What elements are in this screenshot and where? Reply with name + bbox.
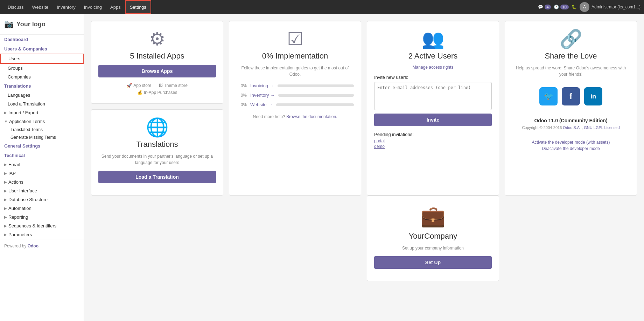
deactivate-dev-link[interactable]: Deactivate the developer mode xyxy=(532,146,610,151)
company-desc: Set up your company information xyxy=(402,245,464,251)
sidebar-label: Parameters xyxy=(8,232,32,237)
invite-email-input[interactable] xyxy=(374,82,492,110)
nav-apps[interactable]: Apps xyxy=(106,0,125,14)
logo-text: Your logo xyxy=(16,21,46,28)
social-icons-row: 🐦 f in xyxy=(539,87,602,105)
progress-website: 0% Website → xyxy=(236,102,354,107)
in-app-link-row: 💰 In-App Purchases xyxy=(137,90,177,95)
invite-button[interactable]: Invite xyxy=(374,114,492,126)
sidebar-item-iap[interactable]: ▶ IAP xyxy=(0,169,84,178)
sidebar-item-translations[interactable]: Translations xyxy=(0,81,84,91)
sidebar-item-import-export[interactable]: ▶ Import / Export xyxy=(0,108,84,117)
pending-label: Pending invitations: xyxy=(374,132,492,137)
linkedin-icon: in xyxy=(590,93,596,100)
sidebar-item-load-translation[interactable]: Load a Translation xyxy=(0,100,84,108)
sidebar-item-actions[interactable]: ▶ Actions xyxy=(0,178,84,186)
sidebar-item-application-terms[interactable]: ▼ Application Terms xyxy=(0,117,84,126)
sidebar-item-sequences[interactable]: ▶ Sequences & Identifiers xyxy=(0,221,84,230)
pending-portal-link[interactable]: portal xyxy=(374,138,492,143)
odoo-brand[interactable]: Odoo xyxy=(28,244,38,248)
website-pct: 0% xyxy=(236,102,247,107)
load-translation-button[interactable]: Load a Translation xyxy=(98,171,216,183)
inventory-link[interactable]: Inventory → xyxy=(250,93,275,98)
sidebar-item-technical[interactable]: Technical xyxy=(0,151,84,160)
sidebar-label: Reporting xyxy=(8,214,28,220)
sidebar-label: Sequences & Identifiers xyxy=(8,223,56,228)
pending-demo-link[interactable]: demo xyxy=(374,144,492,149)
sidebar-item-email[interactable]: ▶ Email xyxy=(0,160,84,169)
sidebar-item-users[interactable]: Users xyxy=(0,54,84,64)
sidebar-footer: Powered by Odoo xyxy=(0,239,84,253)
arrow-icon: ▶ xyxy=(4,171,7,175)
implementation-card: ☑ 0% Implementation Follow these impleme… xyxy=(229,21,361,196)
copyright-text: Copyright © 2004-2016 Odoo S.A. , GNU LG… xyxy=(522,125,620,130)
website-link[interactable]: Website → xyxy=(250,102,273,107)
nav-discuss[interactable]: Discuss xyxy=(4,0,28,14)
sidebar-label: Database Structure xyxy=(8,197,48,202)
manage-access-link[interactable]: Manage access rights xyxy=(413,65,454,70)
invoicing-pct: 0% xyxy=(236,83,247,88)
top-navigation: Discuss Website Inventory Invoicing Apps… xyxy=(0,0,644,14)
sidebar-item-reporting[interactable]: ▶ Reporting xyxy=(0,213,84,221)
translations-desc: Send your documents in your partner's la… xyxy=(98,153,216,166)
bug-icon[interactable]: 🐛 xyxy=(572,5,577,9)
message-badge[interactable]: 💬4 xyxy=(538,5,551,9)
share-love-card: 🔗 Share the Love Help us spread the word… xyxy=(505,21,637,196)
invite-label: Invite new users: xyxy=(374,75,492,80)
twitter-button[interactable]: 🐦 xyxy=(539,87,558,105)
gnu-lgpl-link[interactable]: GNU LGPL Licensed xyxy=(584,125,620,130)
app-store-link[interactable]: 🚀 App store xyxy=(127,83,151,88)
nav-settings[interactable]: Settings xyxy=(125,0,151,14)
check-icon: ☑ xyxy=(287,30,303,48)
sidebar-item-parameters[interactable]: ▶ Parameters xyxy=(0,230,84,239)
sidebar-item-companies[interactable]: Companies xyxy=(0,73,84,81)
sidebar-label: Automation xyxy=(8,206,31,211)
activity-badge[interactable]: 🕐10 xyxy=(554,5,569,9)
globe-icon: 🌐 xyxy=(146,118,169,136)
invoicing-link[interactable]: Invoicing → xyxy=(250,83,274,88)
impl-help-text: Need more help? Browse the documentation… xyxy=(253,114,337,119)
sidebar-item-general-settings[interactable]: General Settings xyxy=(0,141,84,151)
sidebar-item-database-structure[interactable]: ▶ Database Structure xyxy=(0,195,84,204)
activate-dev-link[interactable]: Activate the developer mode (with assets… xyxy=(532,140,610,145)
sidebar-item-languages[interactable]: Languages xyxy=(0,91,84,100)
users-title: 2 Active Users xyxy=(408,52,458,61)
arrow-right-icon: → xyxy=(268,102,273,107)
setup-button[interactable]: Set Up xyxy=(374,256,492,269)
version-text: Odoo 11.0 (Community Edition) xyxy=(534,118,607,123)
website-bar xyxy=(276,103,354,106)
sidebar-item-dashboard[interactable]: Dashboard xyxy=(0,35,84,44)
user-menu[interactable]: A Administrator (ks_com1...) xyxy=(580,2,640,12)
dashboard-grid: ⚙ 5 Installed Apps Browse Apps 🚀 App sto… xyxy=(91,21,637,196)
sidebar-label: Application Terms xyxy=(9,119,45,124)
sidebar-label: IAP xyxy=(8,171,16,176)
linkedin-button[interactable]: in xyxy=(584,87,602,105)
facebook-icon: f xyxy=(569,91,572,101)
company-title: YourCompany xyxy=(409,232,457,241)
in-app-purchases-link[interactable]: 💰 In-App Purchases xyxy=(137,90,177,95)
sidebar-item-automation[interactable]: ▶ Automation xyxy=(0,204,84,213)
odoo-sa-link[interactable]: Odoo S.A. xyxy=(563,125,581,130)
nav-website[interactable]: Website xyxy=(28,0,53,14)
browse-docs-link[interactable]: Browse the documentation. xyxy=(286,114,337,119)
theme-store-link[interactable]: 🖼 Theme store xyxy=(159,83,188,88)
implementation-desc: Follow these implementation guides to ge… xyxy=(236,65,354,77)
nav-inventory[interactable]: Inventory xyxy=(52,0,79,14)
progress-invoicing: 0% Invoicing → xyxy=(236,83,354,88)
nav-invoicing[interactable]: Invoicing xyxy=(80,0,106,14)
browse-apps-button[interactable]: Browse Apps xyxy=(98,65,216,77)
sidebar-item-translated-terms[interactable]: Translated Terms xyxy=(0,126,84,134)
translations-title: Translations xyxy=(136,140,178,149)
share-title: Share the Love xyxy=(545,52,597,61)
facebook-button[interactable]: f xyxy=(562,87,580,105)
sidebar-label: Actions xyxy=(8,179,23,185)
sidebar-item-users-companies[interactable]: Users & Companies xyxy=(0,44,84,54)
sidebar-item-generate-missing-terms[interactable]: Generate Missing Terms xyxy=(0,134,84,141)
active-users-card: 👥 2 Active Users Manage access rights In… xyxy=(367,21,499,196)
sidebar-label: Email xyxy=(8,162,20,167)
arrow-icon: ▶ xyxy=(4,111,7,115)
sidebar-item-user-interface[interactable]: ▶ User Interface xyxy=(0,186,84,195)
sidebar-label: Import / Export xyxy=(8,110,38,115)
share-icon: 🔗 xyxy=(560,30,582,48)
sidebar-item-groups[interactable]: Groups xyxy=(0,64,84,73)
